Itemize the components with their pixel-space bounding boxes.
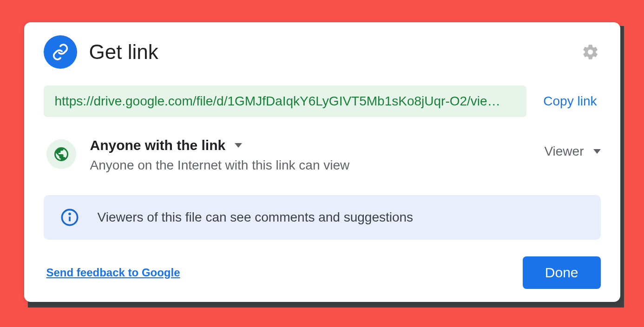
done-button[interactable]: Done	[523, 256, 601, 289]
send-feedback-link[interactable]: Send feedback to Google	[46, 266, 180, 279]
access-scope-description: Anyone on the Internet with this link ca…	[90, 158, 531, 173]
share-url[interactable]: https://drive.google.com/file/d/1GMJfDaI…	[44, 85, 527, 117]
role-dropdown[interactable]: Viewer	[544, 144, 600, 159]
access-scope-dropdown[interactable]: Anyone with the link	[90, 137, 531, 153]
dialog-footer: Send feedback to Google Done	[44, 256, 601, 289]
access-row: Anyone with the link Anyone on the Inter…	[44, 137, 601, 173]
url-row: https://drive.google.com/file/d/1GMJfDaI…	[44, 85, 601, 117]
access-scope-label: Anyone with the link	[90, 137, 226, 153]
dialog-header: Get link	[44, 35, 601, 69]
copy-link-button[interactable]: Copy link	[539, 89, 600, 113]
access-text-block: Anyone with the link Anyone on the Inter…	[90, 137, 531, 173]
link-icon	[44, 35, 77, 69]
get-link-dialog: Get link https://drive.google.com/file/d…	[24, 22, 620, 302]
role-label: Viewer	[544, 144, 584, 159]
globe-icon	[46, 139, 76, 169]
info-banner: Viewers of this file can see comments an…	[44, 195, 601, 240]
dialog-title: Get link	[89, 40, 568, 64]
caret-down-icon	[235, 143, 242, 148]
caret-down-icon	[593, 149, 601, 154]
info-icon	[60, 208, 79, 227]
gear-icon	[582, 43, 599, 61]
settings-button[interactable]	[580, 42, 601, 62]
info-text: Viewers of this file can see comments an…	[98, 210, 414, 225]
svg-point-2	[69, 214, 70, 215]
